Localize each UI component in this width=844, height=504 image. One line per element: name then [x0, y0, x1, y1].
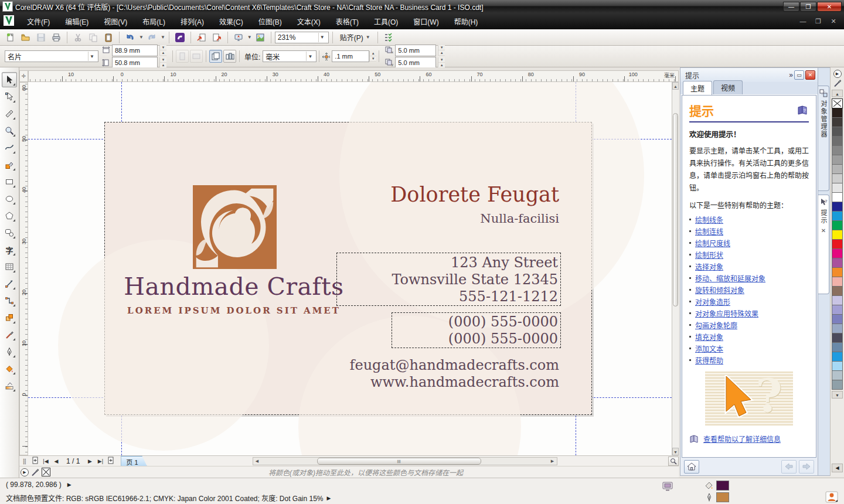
tab-videos[interactable]: 视频 [713, 80, 743, 94]
menu-item[interactable]: 效果(C) [212, 14, 250, 29]
horizontal-ruler[interactable]: 100102030405060708090100毫米 [28, 70, 679, 82]
palette-flyout-icon[interactable]: ▶ [833, 70, 842, 78]
tool-outline-pen[interactable] [2, 344, 17, 359]
proof-colors-icon[interactable] [662, 482, 673, 491]
palette-expand-button[interactable]: ◀ [832, 464, 843, 472]
palette-scroll-down-icon[interactable]: ▼ [832, 391, 843, 399]
application-launcher-button[interactable] [232, 31, 246, 44]
search-content-button[interactable] [173, 31, 187, 44]
doc-close-icon[interactable]: ✕ [829, 18, 838, 25]
menu-item[interactable]: 视图(V) [97, 14, 134, 29]
color-swatch[interactable] [832, 314, 843, 324]
menu-item[interactable]: 位图(B) [251, 14, 289, 29]
vertical-ruler[interactable]: 6050403020100 [19, 82, 28, 455]
page-tab[interactable]: 页 1 [121, 456, 147, 466]
redo-dropdown-icon[interactable]: ▼ [161, 35, 165, 40]
landscape-button[interactable] [190, 50, 203, 63]
see-help-link[interactable]: 查看帮助以了解详细信息 [703, 434, 781, 444]
snap-dropdown-icon[interactable]: ▼ [366, 35, 370, 40]
tool-fill[interactable] [2, 361, 17, 376]
hint-topic-link[interactable]: 绘制连线 [695, 226, 723, 236]
color-swatch[interactable] [832, 230, 843, 240]
company-logo[interactable] [193, 184, 277, 270]
color-swatch[interactable] [832, 192, 843, 202]
tool-ellipse[interactable] [2, 191, 17, 206]
help-book-icon[interactable]: ? [797, 105, 809, 115]
hint-topic-link[interactable]: 选择对象 [695, 261, 723, 271]
first-page-button[interactable]: |◀ [40, 458, 51, 464]
minimize-button[interactable]: — [783, 2, 799, 12]
no-color-swatch[interactable] [832, 98, 843, 108]
hint-topic-link[interactable]: 绘制线条 [695, 214, 723, 224]
hint-topic-link[interactable]: 勾画对象轮廓 [695, 320, 737, 330]
email-text[interactable]: feugat@handmadecrafts.com [350, 357, 559, 373]
tool-smart-fill[interactable] [2, 157, 17, 172]
page-height-spinner[interactable]: ▼▲ [159, 57, 166, 68]
sign-in-user-icon[interactable] [825, 491, 838, 503]
company-tagline[interactable]: LOREM IPSUM DOLOR SIT AMET [122, 305, 345, 316]
current-page-button[interactable] [223, 50, 236, 63]
zoom-dropdown-icon[interactable]: ▼ [318, 33, 326, 42]
color-swatch[interactable] [832, 305, 843, 315]
color-swatch[interactable] [832, 108, 843, 118]
docker-collapse-button[interactable]: ▭ [794, 70, 804, 80]
preset-dropdown-icon[interactable]: ▼ [88, 52, 96, 61]
tool-zoom[interactable] [2, 123, 17, 138]
forward-button[interactable] [799, 460, 814, 474]
tool-color-eyedropper[interactable] [2, 327, 17, 342]
tool-connector[interactable] [2, 293, 17, 308]
restore-button[interactable]: ❐ [800, 2, 816, 12]
color-swatch[interactable] [832, 136, 843, 146]
tool-blend[interactable] [2, 310, 17, 325]
duplicate-y-field[interactable]: 5.0 mm [395, 57, 436, 69]
cut-button[interactable] [71, 31, 85, 44]
menu-item[interactable]: 窗口(W) [406, 14, 445, 29]
tool-table[interactable] [2, 259, 17, 274]
fill-indicator-icon[interactable] [705, 481, 714, 490]
doc-minimize-icon[interactable]: — [798, 18, 808, 25]
color-swatch[interactable] [832, 211, 843, 221]
tool-interactive-fill[interactable] [2, 378, 17, 393]
add-page-after-button[interactable] [106, 457, 116, 465]
scroll-right-icon[interactable]: ▶ [549, 459, 557, 464]
phone-text-frame[interactable]: (000) 555-0000 (000) 555-0000 [392, 312, 561, 348]
tool-shape[interactable] [2, 89, 17, 104]
nudge-spinner[interactable]: ▲▼ [369, 51, 376, 62]
color-swatch[interactable] [832, 323, 843, 333]
last-page-button[interactable]: ▶| [95, 458, 106, 464]
undo-button[interactable] [123, 31, 137, 44]
docker-chevron-icon[interactable]: » [789, 71, 793, 79]
color-swatch[interactable] [832, 155, 843, 165]
next-page-button[interactable]: ▶ [84, 458, 95, 464]
hint-topic-link[interactable]: 旋转和倾斜对象 [695, 285, 744, 295]
color-swatch[interactable] [832, 202, 843, 212]
palette-scroll-up-icon[interactable]: ▲ [832, 90, 843, 97]
color-swatch[interactable] [832, 164, 843, 174]
fill-color-swatch[interactable] [716, 481, 729, 491]
save-button[interactable] [34, 31, 48, 44]
snap-to-button[interactable]: 贴齐(P) ▼ [336, 31, 374, 43]
doc-palette-eyedropper-icon[interactable] [31, 468, 39, 476]
palette-eyedropper-icon[interactable] [833, 79, 842, 87]
units-combo[interactable]: 毫米 ▼ [263, 50, 316, 62]
zoom-level-combo[interactable]: 231% ▼ [275, 32, 329, 43]
address-text-frame[interactable]: 123 Any Street Townsville State 12345 55… [336, 253, 561, 306]
menu-item[interactable]: 布局(L) [135, 14, 172, 29]
hint-topic-link[interactable]: 对对象造形 [695, 297, 730, 307]
close-button[interactable]: ✕ [817, 2, 842, 12]
color-swatch[interactable] [832, 277, 843, 287]
color-swatch[interactable] [832, 361, 843, 371]
color-swatch[interactable] [832, 286, 843, 296]
menu-item[interactable]: 表格(T) [329, 14, 366, 29]
import-button[interactable] [195, 31, 209, 44]
color-swatch[interactable] [832, 267, 843, 277]
navigator-zoom-button[interactable] [668, 457, 679, 466]
color-swatch[interactable] [832, 380, 843, 390]
company-name[interactable]: Handmade Crafts [122, 273, 345, 301]
previous-page-button[interactable]: ◀ [51, 458, 62, 464]
scroll-down-icon[interactable]: ▼ [672, 448, 679, 455]
hint-topic-link[interactable]: 获得帮助 [695, 355, 723, 365]
color-swatch[interactable] [832, 258, 843, 268]
paste-button[interactable] [101, 31, 115, 44]
scroll-up-icon[interactable]: ▲ [672, 82, 679, 90]
